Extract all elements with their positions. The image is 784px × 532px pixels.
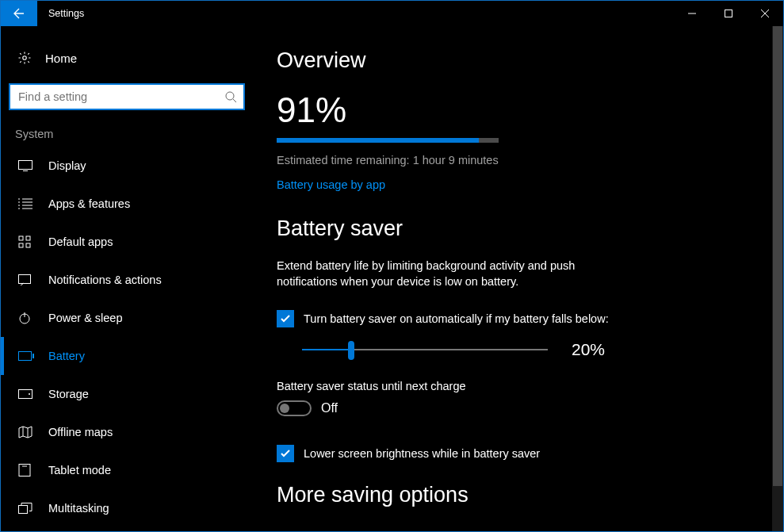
nav-item-label: Display xyxy=(48,159,86,172)
nav-item-label: Battery xyxy=(48,350,85,362)
battery-saver-desc: Extend battery life by limiting backgrou… xyxy=(277,258,618,289)
nav-item-label: Default apps xyxy=(48,235,113,248)
power-icon xyxy=(18,312,37,324)
status-toggle-row: Off xyxy=(277,400,759,416)
brightness-checkbox[interactable] xyxy=(277,445,294,462)
storage-icon xyxy=(18,389,37,399)
monitor-icon xyxy=(18,160,37,171)
status-value: Off xyxy=(321,401,338,415)
nav-item-notifications[interactable]: Notifications & actions xyxy=(1,261,253,299)
usage-by-app-link[interactable]: Battery usage by app xyxy=(277,178,385,191)
time-remaining: Estimated time remaining: 1 hour 9 minut… xyxy=(277,154,759,166)
brightness-row: Lower screen brightness while in battery… xyxy=(277,445,759,462)
search-icon xyxy=(224,90,237,103)
minimize-icon xyxy=(688,10,696,17)
threshold-row: 20% xyxy=(277,340,759,359)
window-title: Settings xyxy=(48,8,84,19)
battery-icon xyxy=(18,351,37,361)
window-controls xyxy=(674,1,783,26)
search-field[interactable] xyxy=(18,90,224,103)
svg-rect-3 xyxy=(19,161,33,170)
nav-item-default-apps[interactable]: Default apps xyxy=(1,223,253,261)
map-icon xyxy=(18,426,37,438)
threshold-slider[interactable] xyxy=(302,349,548,350)
check-icon xyxy=(280,313,291,324)
svg-rect-11 xyxy=(33,354,34,358)
status-toggle[interactable] xyxy=(277,400,312,416)
nav-item-label: Tablet mode xyxy=(48,464,111,477)
svg-rect-6 xyxy=(19,243,23,247)
nav-item-label: Storage xyxy=(48,388,89,400)
gear-icon xyxy=(15,51,34,65)
apps-icon xyxy=(18,235,37,248)
auto-saver-checkbox[interactable] xyxy=(277,310,294,327)
nav-item-label: Offline maps xyxy=(48,426,113,438)
nav-item-label: Power & sleep xyxy=(48,312,123,324)
main-content: Overview 91% Estimated time remaining: 1… xyxy=(253,26,783,532)
brightness-label: Lower screen brightness while in battery… xyxy=(304,447,540,460)
nav-item-label: Multitasking xyxy=(48,502,109,515)
battery-progress xyxy=(277,138,499,143)
status-label: Battery saver status until next charge xyxy=(277,380,759,392)
svg-rect-5 xyxy=(26,236,30,240)
list-icon xyxy=(18,198,37,209)
nav-item-battery[interactable]: Battery xyxy=(1,337,253,375)
notification-icon xyxy=(18,274,37,285)
svg-rect-10 xyxy=(19,352,32,361)
svg-rect-7 xyxy=(26,243,30,247)
svg-point-2 xyxy=(226,92,234,100)
auto-saver-row: Turn battery saver on automatically if m… xyxy=(277,310,759,327)
battery-percent: 91% xyxy=(277,90,759,130)
tablet-icon xyxy=(18,464,37,477)
battery-saver-heading: Battery saver xyxy=(277,216,759,241)
titlebar: Settings xyxy=(1,1,783,26)
nav-list: Display Apps & features Default apps Not… xyxy=(1,147,253,527)
slider-thumb[interactable] xyxy=(348,341,354,360)
more-options-heading: More saving options xyxy=(277,483,759,507)
toggle-knob xyxy=(280,404,289,413)
auto-saver-label: Turn battery saver on automatically if m… xyxy=(304,312,609,325)
scrollbar[interactable] xyxy=(772,26,783,531)
home-label: Home xyxy=(45,52,77,65)
back-arrow-icon xyxy=(13,7,25,20)
nav-item-label: Notifications & actions xyxy=(48,274,162,286)
nav-item-apps[interactable]: Apps & features xyxy=(1,185,253,223)
svg-rect-15 xyxy=(19,506,28,514)
maximize-icon xyxy=(725,10,732,17)
svg-rect-4 xyxy=(19,236,23,240)
nav-item-tablet[interactable]: Tablet mode xyxy=(1,451,253,489)
battery-progress-fill xyxy=(277,138,479,143)
overview-heading: Overview xyxy=(277,48,759,73)
group-label: System xyxy=(1,120,253,147)
search-input[interactable] xyxy=(9,83,245,110)
close-button[interactable] xyxy=(747,1,783,26)
slider-fill xyxy=(302,349,351,350)
nav-item-multitasking[interactable]: Multitasking xyxy=(1,489,253,527)
nav-item-display[interactable]: Display xyxy=(1,147,253,185)
home-button[interactable]: Home xyxy=(1,40,253,75)
nav-item-storage[interactable]: Storage xyxy=(1,375,253,413)
scrollbar-thumb[interactable] xyxy=(773,26,782,486)
maximize-button[interactable] xyxy=(710,1,747,26)
sidebar: Home System Display Apps & features Defa… xyxy=(1,26,253,532)
check-icon xyxy=(280,448,291,459)
nav-item-power[interactable]: Power & sleep xyxy=(1,299,253,337)
svg-point-13 xyxy=(29,393,30,395)
svg-point-1 xyxy=(23,56,27,60)
svg-rect-8 xyxy=(19,275,31,284)
close-icon xyxy=(761,10,769,17)
svg-rect-0 xyxy=(725,10,732,17)
nav-item-label: Apps & features xyxy=(48,197,130,210)
threshold-value: 20% xyxy=(572,340,605,359)
back-button[interactable] xyxy=(1,1,37,26)
multitask-icon xyxy=(18,503,37,514)
minimize-button[interactable] xyxy=(674,1,710,26)
nav-item-maps[interactable]: Offline maps xyxy=(1,413,253,451)
